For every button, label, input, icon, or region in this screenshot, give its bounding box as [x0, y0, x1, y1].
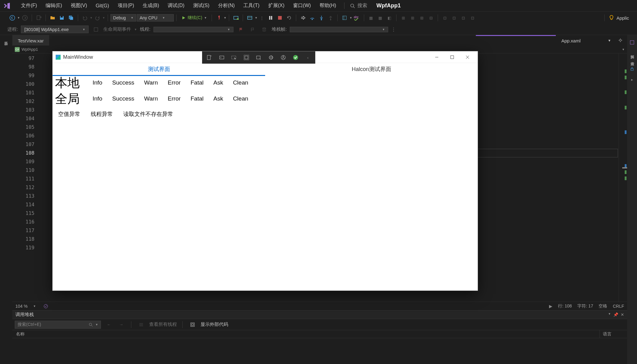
toolbar-button-13[interactable]: ⊡: [459, 14, 468, 22]
thread-exception-button[interactable]: 线程异常: [90, 108, 114, 120]
new-file-button[interactable]: [34, 14, 43, 22]
tab-dropdown-button[interactable]: ▾: [605, 36, 614, 45]
flag-button-2[interactable]: [248, 25, 257, 34]
tab-halcon-test[interactable]: Halcon测试界面: [265, 63, 478, 76]
chevron-down-icon[interactable]: ▼: [622, 48, 625, 51]
step-into-button[interactable]: [299, 14, 307, 22]
dt-button-1[interactable]: [205, 53, 214, 62]
file-not-found-exception-button[interactable]: 读取文件不存在异常: [122, 108, 174, 120]
menu-view[interactable]: 视图(V): [66, 1, 91, 11]
restart-button[interactable]: [285, 14, 293, 22]
no-issues-icon[interactable]: [42, 302, 50, 311]
menu-project[interactable]: 项目(P): [113, 1, 138, 11]
chevron-right-icon[interactable]: ▸: [631, 77, 633, 82]
dt-button-3[interactable]: [230, 53, 238, 62]
process-selector[interactable]: [30108] WpfApp1.exe ▼: [21, 26, 89, 33]
column-name[interactable]: 名称: [12, 330, 599, 338]
ask-button-local[interactable]: Ask: [212, 77, 225, 89]
error-button-local[interactable]: Error: [166, 77, 182, 89]
info-button-local[interactable]: Info: [91, 77, 104, 89]
lock-icon[interactable]: [628, 65, 636, 73]
clean-button-global[interactable]: Clean: [232, 93, 249, 105]
toolbar-button-4[interactable]: ▦: [367, 14, 375, 22]
toolbar-button-3[interactable]: [340, 14, 349, 22]
chevron-down-icon[interactable]: ▼: [255, 16, 257, 19]
threads-icon[interactable]: [137, 320, 145, 329]
tab-settings-button[interactable]: [616, 36, 625, 45]
flag-button-1[interactable]: [237, 25, 245, 34]
lifecycle-events-button[interactable]: [92, 25, 100, 34]
toolbar-button-7[interactable]: ⊞: [399, 14, 408, 22]
dt-collapse-button[interactable]: ‹: [304, 53, 312, 62]
stackframe-selector[interactable]: ▼: [290, 27, 388, 32]
show-external-label[interactable]: 显示外部代码: [201, 322, 228, 327]
lightbulb-icon[interactable]: [607, 14, 616, 22]
status-crlf[interactable]: CRLF: [613, 304, 624, 309]
fatal-button-local[interactable]: Fatal: [189, 77, 205, 89]
menu-build[interactable]: 生成(B): [138, 1, 163, 11]
status-spaces[interactable]: 空格: [599, 303, 607, 309]
toolbar-button-11[interactable]: ⊡: [440, 14, 449, 22]
minimize-button[interactable]: [430, 53, 444, 62]
chevron-down-icon[interactable]: ▼: [349, 16, 352, 19]
platform-selector[interactable]: Any CPU ▼: [137, 14, 174, 22]
save-all-button[interactable]: [67, 14, 75, 22]
warn-button-global[interactable]: Warn: [143, 93, 159, 105]
chevron-down-icon[interactable]: ▼: [102, 16, 105, 19]
stop-button[interactable]: [276, 14, 284, 22]
overview-ruler[interactable]: [619, 53, 627, 302]
menu-extensions[interactable]: 扩展(X): [264, 1, 289, 11]
tab-test-interface[interactable]: 测试界面: [53, 63, 265, 76]
warn-button-local[interactable]: Warn: [143, 77, 159, 89]
null-exception-button[interactable]: 空值异常: [57, 108, 82, 120]
panel-dropdown-icon[interactable]: ▼: [608, 312, 611, 317]
menu-git[interactable]: Git(G): [91, 1, 113, 10]
menu-tools[interactable]: 工具(T): [239, 1, 264, 11]
ask-button-global[interactable]: Ask: [212, 93, 225, 105]
pause-button[interactable]: [266, 14, 275, 22]
stack-icon[interactable]: [260, 25, 269, 34]
zoom-level[interactable]: 104 %: [15, 304, 28, 309]
chevron-down-icon[interactable]: ▼: [90, 16, 93, 19]
dt-button-7[interactable]: [279, 53, 288, 62]
chevron-down-icon[interactable]: ▼: [224, 16, 226, 19]
continue-button[interactable]: 继续(C) ▼: [179, 14, 209, 22]
column-language[interactable]: 语言: [599, 330, 627, 338]
toolbar-button-14[interactable]: ⊡: [468, 14, 477, 22]
solution-icon[interactable]: [628, 38, 636, 47]
chevron-down-icon[interactable]: ▼: [33, 305, 36, 308]
toolbar-button-1[interactable]: [232, 14, 240, 22]
dt-button-4[interactable]: [242, 53, 251, 62]
hot-reload-button[interactable]: [214, 14, 223, 22]
info-button-global[interactable]: Info: [91, 93, 104, 105]
scroll-right-icon[interactable]: ▶: [549, 304, 552, 309]
undo-button[interactable]: [81, 14, 89, 22]
dt-button-2[interactable]: [217, 53, 226, 62]
tab-testview[interactable]: TestView.xar: [12, 35, 49, 46]
thread-selector[interactable]: ▼: [153, 27, 233, 32]
error-button-global[interactable]: Error: [166, 93, 182, 105]
menu-test[interactable]: 测试(S): [189, 1, 214, 11]
status-chars[interactable]: 字符: 17: [577, 303, 593, 309]
tab-appxaml[interactable]: App.xaml: [556, 35, 605, 46]
step-over-button[interactable]: [308, 14, 317, 22]
panel-search-input[interactable]: 搜索(Ctrl+E) ▼: [15, 321, 101, 329]
solution-explorer-tab[interactable]: 解决: [629, 51, 635, 53]
close-icon[interactable]: ✕: [621, 312, 624, 317]
external-code-icon[interactable]: [188, 320, 197, 329]
step-into-button-2[interactable]: [317, 14, 326, 22]
call-stack-body[interactable]: [12, 338, 627, 364]
prev-frame-button[interactable]: ←: [105, 320, 113, 329]
toolbar-button-10[interactable]: ⊟: [427, 14, 435, 22]
menu-edit[interactable]: 编辑(E): [41, 1, 66, 11]
step-out-button[interactable]: [326, 14, 335, 22]
search-tab[interactable]: 搜索: [629, 58, 635, 60]
status-line[interactable]: 行: 108: [558, 303, 572, 309]
nav-forward-button[interactable]: [21, 14, 29, 22]
toolbar-button-12[interactable]: ⊡: [450, 14, 458, 22]
menu-window[interactable]: 窗口(W): [289, 1, 315, 11]
save-button[interactable]: [58, 14, 66, 22]
fatal-button-global[interactable]: Fatal: [189, 93, 205, 105]
dt-button-5[interactable]: [254, 53, 263, 62]
menu-debug[interactable]: 调试(D): [163, 1, 189, 11]
